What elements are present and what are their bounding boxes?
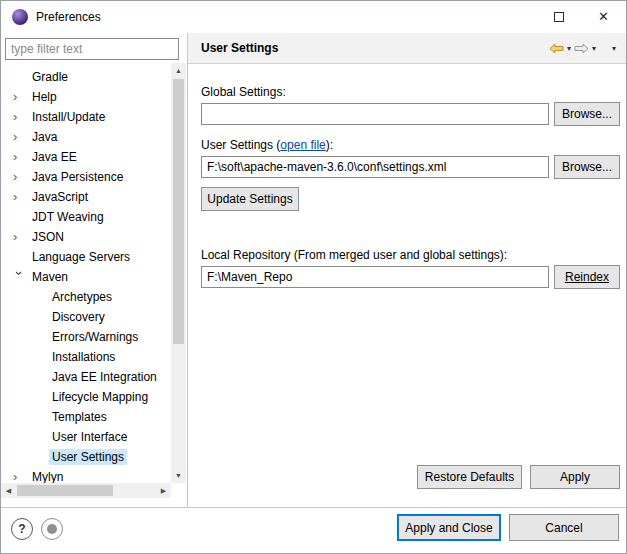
tree-label: User Interface	[49, 429, 130, 445]
panel-divider[interactable]	[187, 33, 188, 507]
sidebar-item-javascript[interactable]: ›JavaScript	[1, 187, 171, 207]
sidebar-item-installations[interactable]: Installations	[1, 347, 171, 367]
sidebar-item-mylyn[interactable]: ›Mylyn	[1, 467, 171, 483]
sidebar-item-lifecycle-mapping[interactable]: Lifecycle Mapping	[1, 387, 171, 407]
chevron-right-icon[interactable]: ›	[13, 167, 25, 187]
vertical-scroll-thumb[interactable]	[173, 79, 184, 344]
chevron-down-icon[interactable]: ›	[9, 271, 29, 283]
history-toolbar: ▾ ▾ ▾	[549, 33, 616, 63]
open-file-link[interactable]: open file	[280, 138, 325, 152]
sidebar-item-gradle[interactable]: Gradle	[1, 67, 171, 87]
tree-label: Errors/Warnings	[49, 329, 141, 345]
scroll-left-icon: ◀	[6, 487, 11, 495]
close-icon: ✕	[598, 10, 609, 23]
restore-defaults-button[interactable]: Restore Defaults	[417, 465, 522, 489]
tree-label: Help	[29, 89, 60, 105]
horizontal-scroll-thumb[interactable]	[17, 485, 113, 496]
preferences-dialog: Preferences ✕ Gradle ›Help ›Install/Upda…	[0, 0, 627, 554]
sidebar-item-errors-warnings[interactable]: Errors/Warnings	[1, 327, 171, 347]
tree-label: Gradle	[29, 69, 71, 85]
maximize-button[interactable]	[536, 1, 581, 32]
sidebar-item-install-update[interactable]: ›Install/Update	[1, 107, 171, 127]
scroll-right-button[interactable]: ▶	[156, 483, 171, 498]
sidebar-item-discovery[interactable]: Discovery	[1, 307, 171, 327]
eclipse-logo-icon	[12, 9, 28, 25]
chevron-right-icon[interactable]: ›	[13, 467, 25, 483]
sidebar-item-language-servers[interactable]: Language Servers	[1, 247, 171, 267]
help-button[interactable]: ?	[11, 518, 33, 540]
chevron-right-icon[interactable]: ›	[13, 107, 25, 127]
help-icon: ?	[18, 522, 25, 536]
sidebar-item-templates[interactable]: Templates	[1, 407, 171, 427]
tree-label: JavaScript	[29, 189, 91, 205]
horizontal-scrollbar[interactable]: ◀ ▶	[1, 483, 171, 498]
user-settings-label-pre: User Settings (	[201, 138, 280, 152]
footer-divider	[1, 507, 626, 508]
filter-input[interactable]	[5, 38, 179, 60]
button-label: Apply	[560, 470, 590, 484]
tree-label: Maven	[29, 269, 71, 285]
user-settings-label: User Settings (open file):	[201, 138, 333, 152]
chevron-right-icon[interactable]: ›	[13, 147, 25, 167]
sidebar-item-jdt-weaving[interactable]: JDT Weaving	[1, 207, 171, 227]
button-label: Browse...	[562, 107, 612, 121]
sidebar-item-archetypes[interactable]: Archetypes	[1, 287, 171, 307]
back-arrow-icon[interactable]	[549, 43, 564, 54]
reindex-button[interactable]: Reindex	[554, 265, 620, 289]
tree-label: Java EE	[29, 149, 80, 165]
close-button[interactable]: ✕	[581, 1, 626, 32]
chevron-right-icon[interactable]: ›	[13, 127, 25, 147]
user-settings-label-post: ):	[326, 138, 333, 152]
chevron-right-icon[interactable]: ›	[13, 87, 25, 107]
tree-label: Templates	[49, 409, 110, 425]
chevron-right-icon[interactable]: ›	[13, 227, 25, 247]
chevron-right-icon[interactable]: ›	[13, 187, 25, 207]
user-settings-input[interactable]	[201, 156, 549, 178]
tree-label: Install/Update	[29, 109, 108, 125]
global-settings-label: Global Settings:	[201, 85, 286, 99]
maximize-icon	[554, 12, 564, 22]
tree-label: Language Servers	[29, 249, 133, 265]
button-label: Restore Defaults	[425, 470, 514, 484]
page-title: User Settings	[201, 33, 278, 63]
local-repository-label: Local Repository (From merged user and g…	[201, 248, 507, 262]
back-dropdown-icon[interactable]: ▾	[567, 44, 571, 53]
button-label: Browse...	[562, 160, 612, 174]
forward-arrow-icon[interactable]	[574, 43, 589, 54]
sidebar-item-user-interface[interactable]: User Interface	[1, 427, 171, 447]
scroll-up-button[interactable]: ▲	[171, 63, 186, 78]
page-header: User Settings ▾ ▾ ▾	[188, 33, 626, 64]
sidebar-item-java-ee-integration[interactable]: Java EE Integration	[1, 367, 171, 387]
scroll-left-button[interactable]: ◀	[1, 483, 16, 498]
button-label: Apply and Close	[405, 521, 492, 535]
tree-label: Java EE Integration	[49, 369, 160, 385]
sidebar-item-maven[interactable]: ›Maven	[1, 267, 171, 287]
tree-label: Archetypes	[49, 289, 115, 305]
apply-button[interactable]: Apply	[530, 465, 620, 489]
record-button[interactable]	[41, 518, 63, 540]
sidebar-item-user-settings[interactable]: User Settings	[1, 447, 171, 467]
user-browse-button[interactable]: Browse...	[554, 155, 620, 179]
sidebar-item-java-ee[interactable]: ›Java EE	[1, 147, 171, 167]
vertical-scrollbar[interactable]: ▲ ▼	[171, 63, 186, 483]
sidebar-item-json[interactable]: ›JSON	[1, 227, 171, 247]
view-menu-icon[interactable]: ▾	[612, 44, 616, 53]
button-label: Cancel	[545, 521, 582, 535]
apply-and-close-button[interactable]: Apply and Close	[397, 514, 501, 541]
scroll-down-button[interactable]: ▼	[171, 468, 186, 483]
titlebar[interactable]: Preferences ✕	[1, 1, 626, 33]
global-settings-input[interactable]	[201, 103, 549, 125]
sidebar-item-java-persistence[interactable]: ›Java Persistence	[1, 167, 171, 187]
tree-label: JSON	[29, 229, 67, 245]
sidebar-item-java[interactable]: ›Java	[1, 127, 171, 147]
update-settings-button[interactable]: Update Settings	[201, 187, 299, 211]
sidebar-item-help[interactable]: ›Help	[1, 87, 171, 107]
tree-label: Java	[29, 129, 60, 145]
tree-label: Discovery	[49, 309, 108, 325]
local-repository-input[interactable]	[201, 266, 549, 288]
cancel-button[interactable]: Cancel	[509, 514, 619, 541]
tree-label: Lifecycle Mapping	[49, 389, 151, 405]
forward-dropdown-icon[interactable]: ▾	[592, 44, 596, 53]
preferences-tree: Gradle ›Help ›Install/Update ›Java ›Java…	[1, 63, 171, 483]
global-browse-button[interactable]: Browse...	[554, 102, 620, 126]
